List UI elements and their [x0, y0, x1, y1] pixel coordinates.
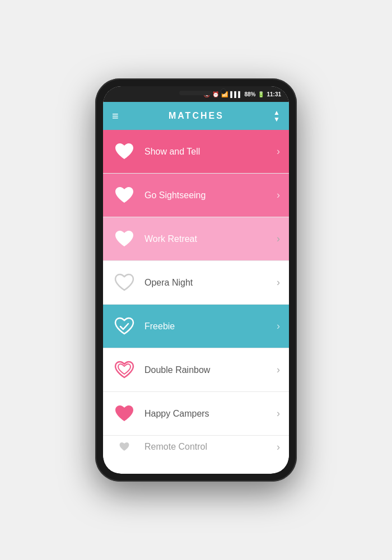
match-icon-show-and-tell — [112, 139, 137, 164]
match-name: Freebie — [144, 321, 277, 332]
list-item[interactable]: Opera Night › — [103, 261, 289, 305]
hamburger-menu-icon[interactable]: ≡ — [112, 110, 119, 123]
match-icon-double-rainbow — [112, 358, 137, 382]
chevron-right-icon: › — [277, 233, 280, 245]
chevron-right-icon: › — [277, 320, 280, 332]
phone-screen-container: 🔇 ⏰ 📶 ▌▌▌ 88% 🔋 11:31 ≡ MATCHES ▲ ▼ — [103, 86, 289, 474]
chevron-right-icon: › — [277, 408, 280, 419]
chevron-right-icon: › — [277, 146, 280, 157]
match-icon-go-sightseeing — [112, 183, 137, 208]
matches-list: Show and Tell › Go Sightseeing › — [103, 130, 289, 474]
list-item[interactable]: Happy Campers › — [103, 392, 289, 436]
match-icon-freebie — [112, 314, 137, 339]
signal-icon: ▌▌▌ — [230, 91, 242, 97]
match-name: Go Sightseeing — [144, 190, 277, 200]
sort-toggle-icon[interactable]: ▲ ▼ — [273, 109, 280, 123]
header-title: MATCHES — [169, 111, 224, 121]
app-screen: 🔇 ⏰ 📶 ▌▌▌ 88% 🔋 11:31 ≡ MATCHES ▲ ▼ — [103, 86, 289, 474]
list-item[interactable]: Remote Control › — [103, 436, 289, 458]
list-item[interactable]: Work Retreat › — [103, 217, 289, 261]
list-item[interactable]: Show and Tell › — [103, 130, 289, 174]
match-icon-opera-night — [112, 270, 137, 295]
status-icons: 🔇 ⏰ 📶 ▌▌▌ 88% 🔋 11:31 — [203, 91, 281, 97]
match-name: Happy Campers — [144, 409, 277, 419]
chevron-right-icon: › — [277, 441, 280, 453]
match-icon-work-retreat — [112, 227, 137, 251]
match-name: Show and Tell — [144, 147, 277, 157]
list-item[interactable]: Freebie › — [103, 305, 289, 348]
list-item[interactable]: Go Sightseeing › — [103, 174, 289, 217]
battery-text: 88% — [244, 91, 255, 97]
match-icon-happy-campers — [112, 402, 137, 426]
time-display: 11:31 — [267, 91, 281, 97]
alarm-icon: ⏰ — [212, 91, 219, 97]
match-name: Double Rainbow — [144, 365, 277, 375]
match-name: Work Retreat — [144, 234, 277, 244]
phone-device: 🔇 ⏰ 📶 ▌▌▌ 88% 🔋 11:31 ≡ MATCHES ▲ ▼ — [95, 78, 297, 482]
chevron-right-icon: › — [277, 364, 280, 376]
match-name: Remote Control — [144, 442, 277, 452]
chevron-down-icon: ▼ — [273, 116, 280, 123]
match-icon-remote-control — [112, 436, 137, 458]
chevron-right-icon: › — [277, 189, 280, 201]
phone-speaker — [179, 91, 213, 95]
match-name: Opera Night — [144, 278, 277, 288]
app-header: ≡ MATCHES ▲ ▼ — [103, 102, 289, 130]
battery-icon: 🔋 — [258, 91, 264, 97]
list-item[interactable]: Double Rainbow › — [103, 348, 289, 392]
phone-camera — [221, 88, 226, 94]
chevron-right-icon: › — [277, 277, 280, 288]
